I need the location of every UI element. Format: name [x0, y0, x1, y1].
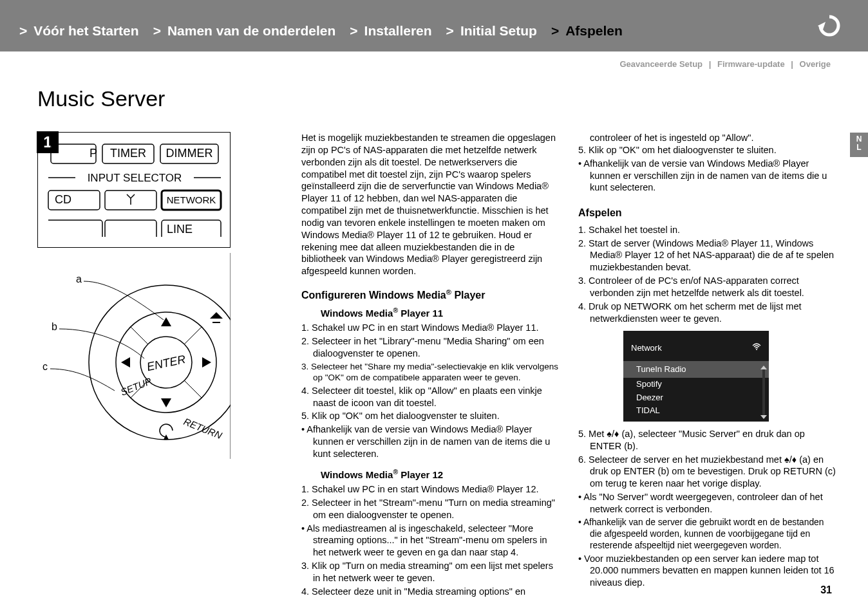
networkbox-title: Network [631, 343, 662, 354]
back-icon[interactable] [814, 10, 845, 44]
af-step1: 1. Schakel het toestel in. [578, 224, 836, 236]
wmp12-steps-cont: 3. Klik op "Turn on media streaming" om … [301, 560, 559, 598]
afspelen-steps: 1. Schakel het toestel in. 2. Start de s… [578, 224, 836, 325]
wmp11-note1: Afhankelijk van de versie van Windows Me… [301, 423, 559, 460]
svg-text:DIMMER: DIMMER [166, 147, 213, 160]
middle-column: Het is mogelijk muziekbestanden te strea… [301, 132, 559, 599]
sublink-firmware-update[interactable]: Firmware-update [717, 59, 785, 69]
af-step3: 3. Controleer of de PC's en/of NAS-appar… [578, 275, 836, 299]
svg-marker-0 [818, 22, 826, 30]
networkbox-item-spotify[interactable]: Spotify [623, 378, 769, 391]
wmp12-note-right: Afhankelijk van de versie van Windows Me… [578, 158, 836, 194]
wmp11-step5: 5. Klik op "OK" om het dialoogvenster te… [301, 410, 559, 422]
wmp12-notes-right: Afhankelijk van de versie van Windows Me… [578, 158, 836, 194]
svg-text:ENTER: ENTER [146, 353, 187, 373]
sublink-geavanceerde-setup[interactable]: Geavanceerde Setup [619, 59, 703, 69]
heading-afspelen: Afspelen [578, 207, 836, 219]
wmp12-steps: 1. Schakel uw PC in en start Windows Med… [301, 483, 559, 521]
crumb-installeren[interactable]: >Installeren [350, 23, 431, 39]
heading-wmp11: Windows Media® Player 11 [301, 306, 559, 319]
networkbox-item-tidal[interactable]: TIDAL [623, 404, 769, 422]
svg-text:CD: CD [55, 193, 71, 206]
network-list-box: Network TuneIn Radio Spotify Deezer TIDA… [623, 331, 769, 422]
wmp12-cont: controleer of het is ingesteld op "Allow… [578, 132, 836, 144]
wmp12-note-a: Als mediastreamen al is ingeschakeld, se… [301, 523, 559, 559]
wmp12-step2: 2. Selecteer in het "Stream"-menu "Turn … [301, 497, 559, 521]
svg-line-23 [184, 327, 202, 344]
svg-marker-29 [202, 357, 211, 367]
remote-nav-diagram: ENTER SETUP RETURN a b c [37, 253, 231, 459]
afspelen-steps-2: 5. Met ♠/♦ (a), selecteer "Music Server"… [578, 428, 836, 490]
page-number: 31 [820, 584, 832, 596]
top-bar: >Vóór het Starten >Namen van de onderdel… [0, 0, 868, 51]
svg-marker-28 [121, 357, 130, 367]
crumb-voor-het-starten[interactable]: >Vóór het Starten [19, 23, 139, 39]
btn-p-label: P [90, 147, 97, 160]
sub-links: Geavanceerde Setup | Firmware-update | O… [619, 59, 831, 69]
wmp12-steps-right: 5. Klik op "OK" om het dialoogvenster te… [578, 144, 836, 156]
wmp11-step3: 3. Selecteer het "Share my media"-select… [301, 361, 559, 384]
wifi-icon [752, 343, 761, 354]
wmp12-step4: 4. Selecteer deze unit in "Media streami… [301, 586, 559, 598]
svg-text:SETUP: SETUP [119, 375, 153, 397]
language-tab[interactable]: NL [850, 133, 868, 157]
svg-rect-19 [37, 253, 231, 272]
afspelen-notes: Als "No Server" wordt weergegeven, contr… [578, 491, 836, 589]
wmp12-step3: 3. Klik op "Turn on media streaming" om … [301, 560, 559, 584]
wmp11-steps: 1. Schakel uw PC in en start Windows Med… [301, 322, 559, 422]
svg-text:NETWORK: NETWORK [167, 194, 216, 205]
networkbox-item-deezer[interactable]: Deezer [623, 391, 769, 405]
wmp11-step2: 2. Selecteer in het "Library"-menu "Medi… [301, 335, 559, 360]
svg-text:LINE: LINE [167, 223, 193, 236]
wmp11-notes: Afhankelijk van de versie van Windows Me… [301, 423, 559, 460]
svg-marker-33 [210, 312, 223, 319]
svg-text:a: a [76, 274, 82, 284]
crumb-initial-setup[interactable]: >Initial Setup [446, 23, 537, 39]
intro-text: Het is mogelijk muziekbestanden te strea… [301, 132, 559, 277]
svg-text:INPUT SELECTOR: INPUT SELECTOR [88, 172, 182, 184]
af-step5: 5. Met ♠/♦ (a), selecteer "Music Server"… [578, 428, 836, 452]
svg-line-22 [131, 327, 148, 344]
wmp11-step1: 1. Schakel uw PC in en start Windows Med… [301, 322, 559, 334]
af-step4: 4. Druk op NETWORK om het scherm met de … [578, 301, 836, 325]
af-note3: Voor muziekbestanden op een server kan i… [578, 553, 836, 590]
networkbox-selected[interactable]: TuneIn Radio [623, 362, 769, 378]
crumb-afspelen[interactable]: >Afspelen [551, 23, 623, 39]
af-step6: 6. Selecteer de server en het muziekbest… [578, 454, 836, 490]
af-note2: Afhankelijk van de server die gebruikt w… [578, 517, 836, 552]
svg-text:c: c [42, 361, 48, 372]
networkbox-scrollbar[interactable] [762, 367, 765, 418]
svg-line-25 [184, 380, 202, 398]
remote-top-diagram: 1 P TIMER DIMMER INPUT SELECTOR CD NE [37, 132, 231, 248]
right-column: controleer of het is ingesteld op "Allow… [578, 132, 836, 599]
heading-wmp12: Windows Media® Player 12 [301, 468, 559, 481]
svg-text:TIMER: TIMER [110, 147, 146, 160]
crumb-namen-van-de-onderdelen[interactable]: >Namen van de onderdelen [153, 23, 336, 39]
af-step2: 2. Start de server (Windows Media® Playe… [578, 237, 836, 274]
svg-marker-26 [161, 317, 171, 326]
diagram-column: 1 P TIMER DIMMER INPUT SELECTOR CD NE [37, 132, 282, 599]
svg-marker-27 [161, 398, 171, 407]
svg-point-38 [756, 349, 757, 350]
heading-config-wmp: Configureren Windows Media® Player [301, 288, 559, 302]
wmp12-step5r: 5. Klik op "OK" om het dialoogvenster te… [578, 144, 836, 156]
af-note1: Als "No Server" wordt weergegeven, contr… [578, 491, 836, 516]
sublink-overige[interactable]: Overige [800, 59, 831, 69]
wmp12-bullet-a: Als mediastreamen al is ingeschakeld, se… [301, 523, 559, 559]
wmp12-step1: 1. Schakel uw PC in en start Windows Med… [301, 483, 559, 496]
breadcrumbs: >Vóór het Starten >Namen van de onderdel… [0, 23, 868, 39]
svg-text:b: b [52, 321, 57, 332]
wmp11-step4: 4. Selecteer dit toestel, klik op "Allow… [301, 385, 559, 409]
page-title: Music Server [37, 86, 165, 111]
